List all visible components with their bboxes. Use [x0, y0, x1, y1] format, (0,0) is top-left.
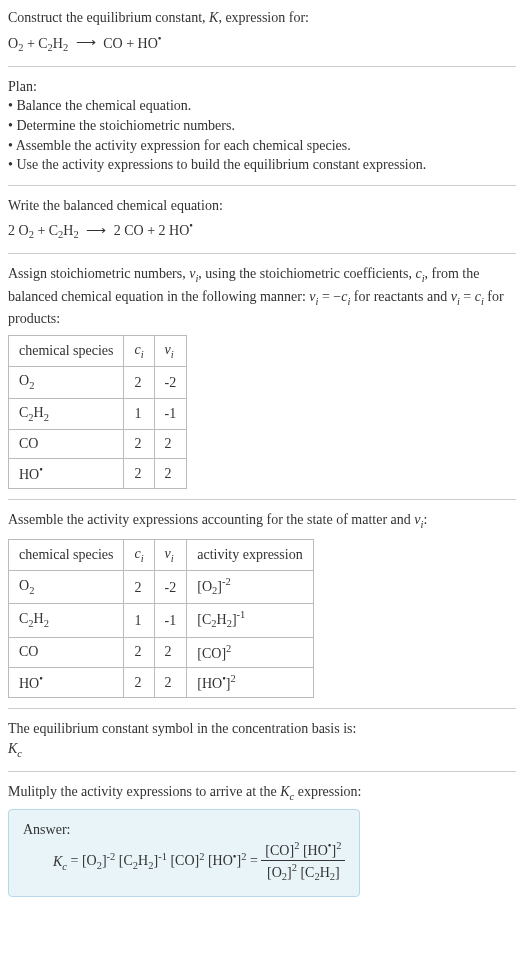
table-row: C2H2 1 -1 [C2H2]-1	[9, 604, 314, 637]
table-cell: 2	[124, 637, 154, 667]
table-cell: [O2]-2	[187, 571, 313, 604]
kc-intro: The equilibrium constant symbol in the c…	[8, 719, 516, 739]
table-cell: [C2H2]-1	[187, 604, 313, 637]
table-cell: [CO]2	[187, 637, 313, 667]
table-cell: C2H2	[9, 604, 124, 637]
table-row: CO 2 2	[9, 430, 187, 459]
table-header-row: chemical species ci νi activity expressi…	[9, 539, 314, 570]
answer-box: Answer: Kc = [O2]-2 [C2H2]-1 [CO]2 [HO•]…	[8, 809, 360, 897]
table-cell: 1	[124, 398, 154, 429]
table-cell: 2	[124, 459, 154, 489]
answer-equation: Kc = [O2]-2 [C2H2]-1 [CO]2 [HO•]2 = [CO]…	[53, 839, 345, 885]
kc-symbol: Kc	[8, 739, 516, 761]
plan-section: Plan: • Balance the chemical equation. •…	[8, 77, 516, 175]
table-cell: CO	[9, 637, 124, 667]
table-cell: 2	[154, 430, 187, 459]
plan-item: • Use the activity expressions to build …	[8, 155, 516, 175]
divider	[8, 499, 516, 500]
activity-section: Assemble the activity expressions accoun…	[8, 510, 516, 698]
table-cell: 2	[124, 430, 154, 459]
table-row: O2 2 -2	[9, 367, 187, 398]
table-cell: -1	[154, 604, 187, 637]
title: Construct the equilibrium constant, K, e…	[8, 8, 516, 28]
table-cell: 1	[124, 604, 154, 637]
table-cell: O2	[9, 571, 124, 604]
balanced-section: Write the balanced chemical equation: 2 …	[8, 196, 516, 244]
table-cell: 2	[124, 667, 154, 697]
table-cell: 2	[124, 367, 154, 398]
kc-symbol-section: The equilibrium constant symbol in the c…	[8, 719, 516, 761]
answer-label: Answer:	[23, 820, 345, 840]
table-header: chemical species	[9, 336, 124, 367]
table-cell: 2	[154, 637, 187, 667]
table-cell: -1	[154, 398, 187, 429]
balanced-equation: 2 O2 + C2H2 ⟶ 2 CO + 2 HO•	[8, 219, 516, 243]
activity-table: chemical species ci νi activity expressi…	[8, 539, 314, 698]
stoich-section: Assign stoichiometric numbers, νi, using…	[8, 264, 516, 489]
table-header: ci	[124, 336, 154, 367]
table-cell: 2	[154, 459, 187, 489]
table-header: ci	[124, 539, 154, 570]
table-row: C2H2 1 -1	[9, 398, 187, 429]
table-cell: 2	[154, 667, 187, 697]
divider	[8, 185, 516, 186]
plan-item: • Assemble the activity expression for e…	[8, 136, 516, 156]
header-section: Construct the equilibrium constant, K, e…	[8, 8, 516, 56]
multiply-intro: Mulitply the activity expressions to arr…	[8, 782, 516, 804]
divider	[8, 771, 516, 772]
table-header: activity expression	[187, 539, 313, 570]
table-row: HO• 2 2 [HO•]2	[9, 667, 314, 697]
stoich-table: chemical species ci νi O2 2 -2 C2H2 1 -1…	[8, 335, 187, 489]
table-cell: 2	[124, 571, 154, 604]
balanced-heading: Write the balanced chemical equation:	[8, 196, 516, 216]
table-row: HO• 2 2	[9, 459, 187, 489]
divider	[8, 708, 516, 709]
table-cell: CO	[9, 430, 124, 459]
table-cell: O2	[9, 367, 124, 398]
table-header: chemical species	[9, 539, 124, 570]
table-cell: -2	[154, 571, 187, 604]
activity-intro: Assemble the activity expressions accoun…	[8, 510, 516, 532]
table-header-row: chemical species ci νi	[9, 336, 187, 367]
table-cell: C2H2	[9, 398, 124, 429]
table-header: νi	[154, 539, 187, 570]
plan-heading: Plan:	[8, 77, 516, 97]
table-row: O2 2 -2 [O2]-2	[9, 571, 314, 604]
plan-item: • Balance the chemical equation.	[8, 96, 516, 116]
divider	[8, 66, 516, 67]
table-cell: HO•	[9, 667, 124, 697]
table-cell: -2	[154, 367, 187, 398]
table-row: CO 2 2 [CO]2	[9, 637, 314, 667]
plan-item: • Determine the stoichiometric numbers.	[8, 116, 516, 136]
table-cell: [HO•]2	[187, 667, 313, 697]
unbalanced-equation: O2 + C2H2 ⟶ CO + HO•	[8, 32, 516, 56]
multiply-section: Mulitply the activity expressions to arr…	[8, 782, 516, 896]
table-header: νi	[154, 336, 187, 367]
table-cell: HO•	[9, 459, 124, 489]
stoich-intro: Assign stoichiometric numbers, νi, using…	[8, 264, 516, 329]
divider	[8, 253, 516, 254]
